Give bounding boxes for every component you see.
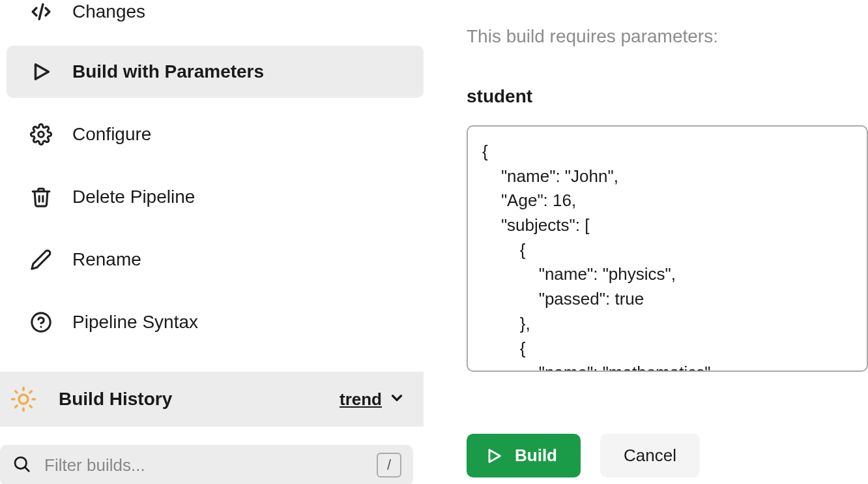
svg-line-15 <box>25 468 29 471</box>
sidebar-item-build-with-parameters[interactable]: Build with Parameters <box>7 46 424 98</box>
trash-icon <box>29 185 53 209</box>
svg-line-13 <box>30 391 31 393</box>
pencil-icon <box>29 248 53 271</box>
main-content: This build requires parameters: student … <box>424 0 868 484</box>
play-icon <box>29 60 53 83</box>
parameter-value-textarea[interactable] <box>467 125 868 372</box>
sidebar-item-changes[interactable]: Changes <box>7 0 424 35</box>
sidebar-item-rename[interactable]: Rename <box>7 234 424 286</box>
sidebar-item-label: Configure <box>72 124 151 145</box>
svg-line-0 <box>39 5 43 20</box>
help-icon <box>29 310 53 334</box>
build-history-panel: Build History trend <box>0 372 424 427</box>
sidebar-item-delete-pipeline[interactable]: Delete Pipeline <box>7 171 424 223</box>
build-button[interactable]: Build <box>467 434 581 477</box>
svg-line-9 <box>30 406 31 407</box>
parameters-heading: This build requires parameters: <box>467 26 868 47</box>
sidebar: Changes Build with Parameters Configure <box>0 0 424 484</box>
filter-builds-row: / <box>0 445 413 484</box>
code-icon <box>29 0 53 23</box>
svg-marker-1 <box>36 65 49 80</box>
svg-point-5 <box>19 395 28 404</box>
filter-builds-input[interactable] <box>44 455 364 476</box>
gear-icon <box>29 123 53 146</box>
sidebar-item-label: Build with Parameters <box>72 61 264 82</box>
sidebar-item-configure[interactable]: Configure <box>7 108 424 160</box>
svg-point-2 <box>38 132 44 138</box>
sidebar-item-label: Rename <box>72 249 141 270</box>
cancel-button-label: Cancel <box>624 446 676 465</box>
sidebar-item-label: Changes <box>72 1 145 22</box>
svg-line-8 <box>16 391 17 393</box>
build-button-label: Build <box>515 446 557 466</box>
svg-marker-16 <box>489 449 500 462</box>
sidebar-item-pipeline-syntax[interactable]: Pipeline Syntax <box>7 296 424 348</box>
build-history-title: Build History <box>59 389 340 410</box>
sun-icon <box>8 384 39 415</box>
chevron-down-icon[interactable] <box>388 389 405 409</box>
search-icon <box>12 454 31 476</box>
sidebar-item-label: Pipeline Syntax <box>72 312 198 333</box>
parameter-name-label: student <box>467 86 868 107</box>
trend-link[interactable]: trend <box>340 389 382 410</box>
svg-line-12 <box>16 406 17 407</box>
keyboard-shortcut-badge: / <box>377 453 401 477</box>
sidebar-item-label: Delete Pipeline <box>72 187 195 207</box>
cancel-button[interactable]: Cancel <box>600 434 700 477</box>
action-buttons: Build Cancel <box>467 434 700 477</box>
